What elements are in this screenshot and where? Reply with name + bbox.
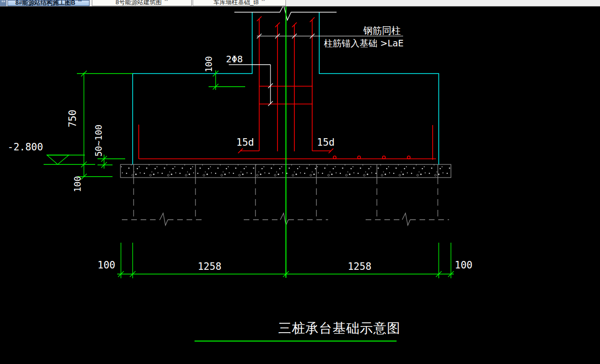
cad-application-window: ** 8#能源站结构施工图B ** 8号能源站建筑图 ** 车库墙柱基础_t8 … [0,0,600,364]
tab-modified-indicator: ** [165,0,168,4]
drawing-texts: 钢筋同柱 柱筋锚入基础 >LaE 2Φ8 15d 15d -2.800 750 … [8,25,472,336]
dim-left-overhang: 100 [98,260,115,271]
tab-label: 8#能源站结构施工图B [15,0,75,6]
tab-scroll-stub[interactable]: ** [0,0,7,6]
added-bar-leader [229,65,273,106]
dim-left-span: 1258 [198,261,222,272]
dim-top-offset: 100 [203,56,214,72]
dim-bedding-thickness: 100 [72,176,82,192]
tab-modified-indicator: ** [78,0,82,4]
label-hook-left: 15d [236,137,254,148]
tab-structure-drawing[interactable]: 8#能源站结构施工图B ** [8,0,90,6]
tab-label: 车库墙柱基础_t8 [214,0,259,6]
tab-architecture-drawing[interactable]: 8号能源站建筑图 ** [92,0,192,6]
drawing-title: 三桩承台基础示意图 [278,320,401,336]
dim-right-overhang: 100 [455,260,472,271]
file-tab-bar: ** 8#能源站结构施工图B ** 8号能源站建筑图 ** 车库墙柱基础_t8 … [0,0,600,7]
note-rebar-same-as-column: 钢筋同柱 [363,25,401,36]
label-hook-right: 15d [317,137,335,148]
label-level: -2.800 [8,141,43,153]
tab-modified-indicator: ** [262,0,265,4]
label-added-bar: 2Φ8 [226,53,243,65]
dim-right-span: 1258 [348,261,372,272]
dim-cap-height: 750 [67,110,78,127]
dim-pile-embed: 50~100 [93,125,104,157]
note-anchor-into-foundation: 柱筋锚入基础 >LaE [324,38,404,48]
tab-label: 8号能源站建筑图 [115,0,161,6]
tab-garage-foundation[interactable]: 车库墙柱基础_t8 ** [193,0,286,6]
cad-model-canvas[interactable]: 钢筋同柱 柱筋锚入基础 >LaE 2Φ8 15d 15d -2.800 750 … [0,0,600,364]
